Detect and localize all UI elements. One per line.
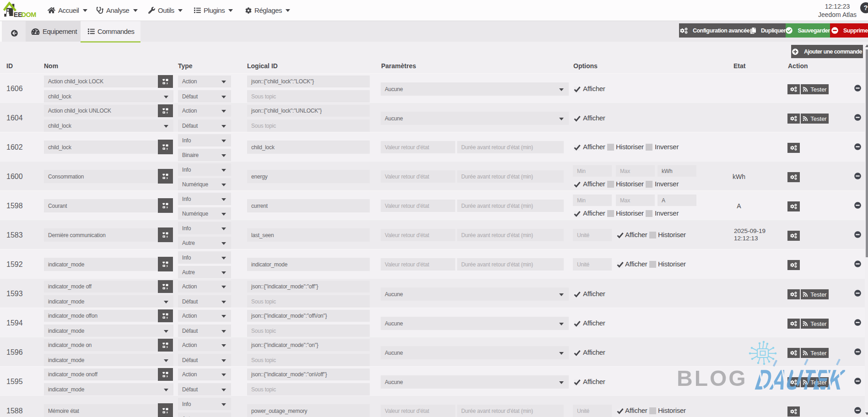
svg-text:DOM: DOM — [22, 11, 37, 18]
